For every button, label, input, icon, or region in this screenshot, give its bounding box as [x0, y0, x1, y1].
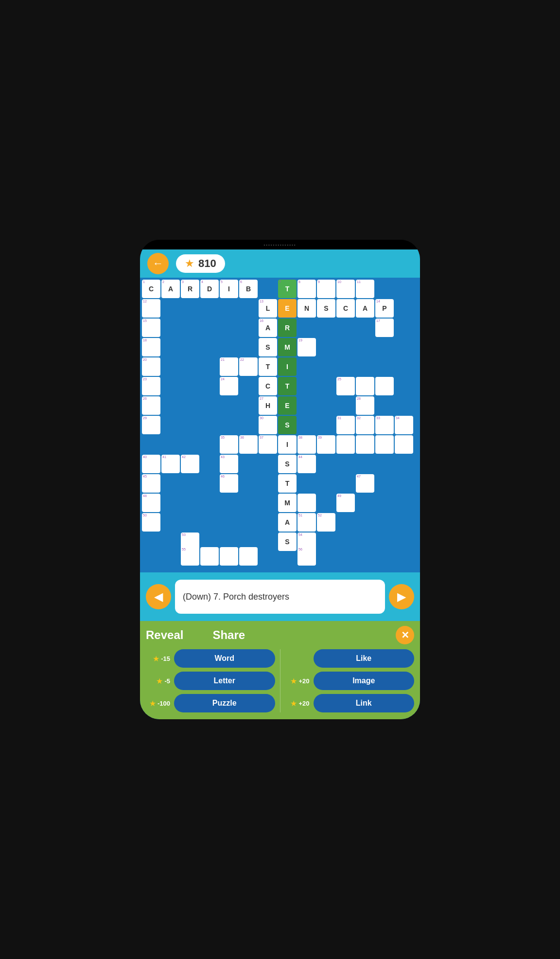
image-button[interactable]: Image	[314, 672, 415, 690]
cell-i-christmas[interactable]: I	[278, 435, 297, 454]
cell-39[interactable]: 39	[317, 435, 335, 454]
word-cost-text: -15	[161, 655, 170, 662]
cell-t2-green[interactable]: T	[278, 377, 297, 395]
cell-37[interactable]: 37	[259, 435, 277, 454]
cell-i-green[interactable]: I	[278, 357, 297, 376]
cell-22[interactable]: 22	[239, 357, 258, 376]
cell-9[interactable]: 9	[317, 280, 335, 298]
cell-55d[interactable]	[239, 547, 258, 566]
puzzle-button[interactable]: Puzzle	[174, 694, 275, 712]
score-star-icon: ★	[185, 257, 194, 270]
cell-12[interactable]: 12	[142, 299, 160, 318]
cell-33[interactable]: 33	[375, 416, 394, 434]
cell-24[interactable]: 24	[220, 377, 238, 395]
cell-m-green[interactable]: M	[278, 338, 297, 356]
cell-52[interactable]: 52	[317, 513, 335, 532]
cell-m-christmas[interactable]: M	[278, 494, 297, 512]
cell-26[interactable]: 26	[142, 396, 160, 415]
cell-32[interactable]: 32	[356, 416, 374, 434]
cell-23[interactable]: 23	[142, 377, 160, 395]
link-button[interactable]: Link	[314, 694, 415, 712]
cell-r-green[interactable]: R	[278, 319, 297, 337]
cell-n[interactable]: N	[298, 299, 316, 318]
cell-55[interactable]: 55	[181, 547, 199, 566]
cell-29[interactable]: 29	[142, 416, 160, 434]
cell-2-a[interactable]: 2A	[161, 280, 180, 298]
cell-27-h[interactable]: 27H	[259, 396, 277, 415]
close-button[interactable]: ✕	[396, 626, 414, 644]
cell-a-christmas[interactable]: A	[278, 513, 297, 532]
cell-3-r[interactable]: 3R	[181, 280, 199, 298]
link-row: ★ +20 Link	[285, 694, 415, 712]
cell-e-green[interactable]: E	[278, 396, 297, 415]
cell-15[interactable]: 15	[142, 319, 160, 337]
cell-19[interactable]: 19	[298, 338, 316, 356]
cell-c-down[interactable]: C	[259, 377, 277, 395]
cell-50[interactable]: 50	[142, 513, 160, 532]
cell-18[interactable]: 18	[142, 338, 160, 356]
cell-c-landscape[interactable]: C	[336, 299, 355, 318]
cell-40[interactable]: 40	[142, 455, 160, 473]
word-button[interactable]: Word	[174, 649, 275, 668]
cell-30[interactable]: 30	[259, 416, 277, 434]
cell-41[interactable]: 41	[161, 455, 180, 473]
cell-8[interactable]: 8	[298, 280, 316, 298]
cell-m2[interactable]	[298, 494, 316, 512]
cell-r5[interactable]	[395, 435, 413, 454]
cell-s-green[interactable]: S	[278, 416, 297, 434]
cell-35[interactable]: 35	[220, 435, 238, 454]
cell-51[interactable]: 51	[298, 513, 316, 532]
cell-25[interactable]: 25	[336, 377, 355, 395]
cell-t-down[interactable]: T	[259, 357, 277, 376]
cell-r4[interactable]	[375, 435, 394, 454]
cell-5-i[interactable]: 5I	[220, 280, 238, 298]
cell-1-c[interactable]: 1C	[142, 280, 160, 298]
cell-38[interactable]: 38	[298, 435, 316, 454]
cell-25c[interactable]	[375, 377, 394, 395]
cell-55b[interactable]	[200, 547, 219, 566]
cell-16-a[interactable]: 16A	[259, 319, 277, 337]
cell-25b[interactable]	[356, 377, 374, 395]
word-star-icon: ★	[153, 654, 159, 663]
back-button[interactable]: ←	[147, 253, 169, 274]
cell-44[interactable]: 44	[298, 455, 316, 473]
cell-55c[interactable]	[220, 547, 238, 566]
cell-56[interactable]: 56	[298, 547, 316, 566]
cell-s-christmas[interactable]: S	[278, 455, 297, 473]
cell-20[interactable]: 20	[142, 357, 160, 376]
cell-14-p[interactable]: 14P	[375, 299, 394, 318]
cell-28[interactable]: 28	[356, 396, 374, 415]
cell-11[interactable]: 11	[356, 280, 374, 298]
next-clue-button[interactable]: ▶	[389, 584, 414, 609]
cell-45[interactable]: 45	[142, 474, 160, 493]
cell-r2[interactable]	[336, 435, 355, 454]
cell-49[interactable]: 49	[336, 494, 355, 512]
cell-47[interactable]: 47	[356, 474, 374, 493]
cell-13-l[interactable]: 13L	[259, 299, 277, 318]
cell-a-landscape[interactable]: A	[356, 299, 374, 318]
cell-4-d[interactable]: 4D	[200, 280, 219, 298]
cell-43[interactable]: 43	[220, 455, 238, 473]
prev-clue-button[interactable]: ◀	[146, 584, 171, 609]
letter-button[interactable]: Letter	[174, 672, 275, 690]
cell-31[interactable]: 31	[336, 416, 355, 434]
cell-7-t[interactable]: 7T	[278, 280, 297, 298]
cell-21[interactable]: 21	[220, 357, 238, 376]
cell-6-b[interactable]: 6B	[239, 280, 258, 298]
cell-17[interactable]: 17	[375, 319, 394, 337]
cell-42[interactable]: 42	[181, 455, 199, 473]
cell-t-christmas[interactable]: T	[278, 474, 297, 493]
panel-divider	[280, 649, 280, 712]
cell-s2-christmas[interactable]: S	[278, 533, 297, 551]
cell-34[interactable]: 34	[395, 416, 413, 434]
cell-s-landscape[interactable]: S	[317, 299, 335, 318]
cell-48[interactable]: 48	[142, 494, 160, 512]
cell-10[interactable]: 10	[336, 280, 355, 298]
cell-s-down[interactable]: S	[259, 338, 277, 356]
cell-36[interactable]: 36	[239, 435, 258, 454]
cell-e-orange[interactable]: E	[278, 299, 297, 318]
cell-46[interactable]: 46	[220, 474, 238, 493]
cell-r3[interactable]	[356, 435, 374, 454]
like-button[interactable]: Like	[314, 649, 415, 668]
clue-area: ◀ (Down) 7. Porch destroyers ▶	[140, 572, 420, 621]
